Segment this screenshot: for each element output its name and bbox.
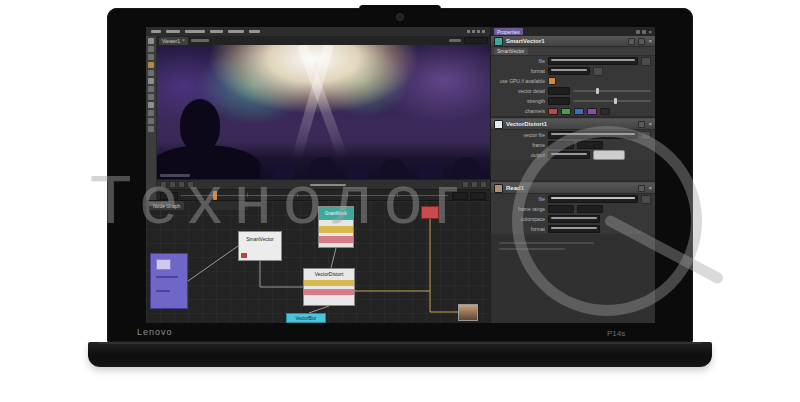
product-photo: Viewer1 × <box>0 0 800 402</box>
tool-icon[interactable] <box>148 78 154 84</box>
laptop-base <box>88 342 712 367</box>
dropdown-button[interactable] <box>593 67 603 76</box>
viewer-toolbar-item[interactable] <box>191 39 209 42</box>
menu-icon[interactable] <box>477 30 480 33</box>
slider-handle[interactable] <box>614 98 617 104</box>
viewer-tab[interactable]: Viewer1 × <box>159 37 188 45</box>
color-swatch-red[interactable] <box>548 108 558 115</box>
prop-row: vector detail <box>491 86 655 96</box>
center-icon[interactable] <box>628 38 635 45</box>
node-label: VectorDistort <box>304 269 354 280</box>
node-color-chip <box>494 184 503 193</box>
menu-item[interactable] <box>249 30 260 33</box>
close-icon[interactable]: × <box>182 38 185 43</box>
color-swatch-green[interactable] <box>561 108 571 115</box>
node-label: VectorBlur <box>296 316 317 321</box>
prop-label: vector file <box>495 132 545 138</box>
node-vectorblur[interactable]: VectorBlur <box>286 313 326 323</box>
foreground-silhouette-head <box>180 99 220 151</box>
node-read-thumbnail[interactable] <box>458 304 478 321</box>
menu-item[interactable] <box>166 30 180 33</box>
node-color-chip <box>494 120 503 129</box>
menu-item[interactable] <box>210 30 223 33</box>
properties-header-tab[interactable]: Properties <box>494 28 523 35</box>
wire <box>188 246 238 281</box>
brand-logo: Lenovo <box>137 327 173 337</box>
folder-button[interactable] <box>641 57 651 66</box>
panel-tab[interactable]: SmartVector <box>494 48 528 55</box>
file-input[interactable] <box>548 57 638 65</box>
close-icon[interactable]: × <box>648 38 652 44</box>
value-field[interactable] <box>548 97 570 105</box>
wire <box>430 291 458 312</box>
select-tool-icon[interactable] <box>148 38 154 44</box>
expand-icon[interactable] <box>642 30 646 34</box>
menu-icon[interactable] <box>482 30 485 33</box>
prop-row: strength <box>491 96 655 106</box>
close-icon[interactable]: × <box>648 29 652 35</box>
node-group-subnode[interactable] <box>156 259 171 270</box>
slider-track[interactable] <box>573 90 651 92</box>
viewer-tab-bar: Viewer1 × <box>157 36 490 45</box>
node-group[interactable] <box>150 253 188 309</box>
tool-icon[interactable] <box>148 54 154 60</box>
node-group-wire <box>156 276 178 278</box>
panel-title-bar[interactable]: SmartVector1 × <box>491 36 655 47</box>
viewer-tab-label: Viewer1 <box>162 38 180 44</box>
range-field[interactable] <box>470 192 486 200</box>
viewer-toolbar-item[interactable] <box>449 39 461 42</box>
tool-icon[interactable] <box>148 126 154 132</box>
panel-tabs: SmartVector <box>491 47 655 56</box>
prop-label: strength <box>495 98 545 104</box>
model-label: P14s <box>607 329 625 338</box>
tool-icon[interactable] <box>148 118 154 124</box>
menu-icons <box>467 30 485 33</box>
color-swatch-blue[interactable] <box>574 108 584 115</box>
value-field[interactable] <box>548 87 570 95</box>
wire <box>331 248 336 268</box>
prop-row: file <box>491 56 655 66</box>
tool-icon[interactable] <box>148 94 154 100</box>
viewer-control-button[interactable] <box>480 181 487 188</box>
prop-label: vector detail <box>495 88 545 94</box>
prop-row: channels <box>491 106 655 116</box>
slider-handle[interactable] <box>596 88 599 94</box>
properties-header: Properties × <box>491 27 655 36</box>
tool-icon[interactable] <box>148 62 154 68</box>
menu-icon[interactable] <box>472 30 475 33</box>
webcam-notch <box>359 5 441 13</box>
format-dropdown[interactable] <box>548 67 590 75</box>
color-swatch-dark[interactable] <box>600 108 610 115</box>
close-icon[interactable]: × <box>648 121 652 127</box>
tool-icon[interactable] <box>148 70 154 76</box>
prop-label: channels <box>495 108 545 114</box>
center-icon[interactable] <box>638 121 645 128</box>
wire <box>260 261 303 287</box>
color-swatch-purple[interactable] <box>587 108 597 115</box>
menu-item[interactable] <box>185 30 205 33</box>
slider-track[interactable] <box>573 100 651 102</box>
gpu-checkbox[interactable] <box>548 77 556 85</box>
viewer-zoom-field[interactable] <box>464 37 488 44</box>
properties-header-label: Properties <box>497 29 520 35</box>
menu-bar <box>146 27 490 36</box>
prop-row: format <box>491 66 655 76</box>
prop-label: file <box>495 58 545 64</box>
node-vectordistort[interactable]: VectorDistort <box>303 268 355 306</box>
tool-icon[interactable] <box>148 110 154 116</box>
viewer-image[interactable] <box>157 45 490 179</box>
watermark-text: Технолог <box>90 160 471 238</box>
prop-row: use GPU if available <box>491 76 655 86</box>
prop-label: frame <box>495 142 545 148</box>
prop-label: format <box>495 68 545 74</box>
menu-item[interactable] <box>151 30 161 33</box>
node-group-wire <box>156 290 170 292</box>
pin-icon[interactable] <box>636 30 640 34</box>
tool-icon[interactable] <box>148 46 154 52</box>
tool-icon[interactable] <box>148 102 154 108</box>
tool-icon[interactable] <box>148 86 154 92</box>
menu-item[interactable] <box>228 30 244 33</box>
viewer-control-button[interactable] <box>471 181 478 188</box>
help-icon[interactable] <box>638 38 645 45</box>
menu-icon[interactable] <box>467 30 470 33</box>
